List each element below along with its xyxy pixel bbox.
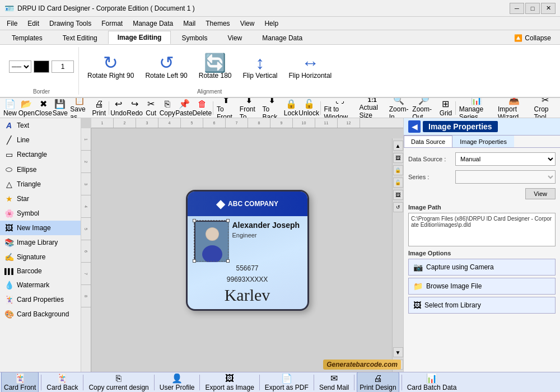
handle-bottom-left[interactable] [193, 259, 196, 263]
back-button[interactable]: ◀ [408, 120, 421, 133]
toolbar-close-button[interactable]: ✖Close [35, 98, 52, 118]
scroll-up-button[interactable]: ▲ [393, 141, 403, 151]
tab-text-editing[interactable]: Text Editing [53, 31, 107, 44]
tab-symbols[interactable]: Symbols [172, 31, 217, 44]
collapse-button[interactable]: 🔼 Collapse [507, 32, 558, 44]
toolbar-cut-button[interactable]: ✂Cut [143, 98, 159, 118]
tab-data-source[interactable]: Data Source [404, 136, 452, 147]
panel-item-rectangle[interactable]: ▭ Rectangle [0, 147, 81, 162]
capture-camera-button[interactable]: 📷 Capture using Camera [408, 259, 556, 276]
select-library-button[interactable]: 🖼 Select from Library [408, 297, 556, 314]
toolbar-new-button[interactable]: 📄New [2, 98, 18, 118]
border-size-input[interactable] [52, 60, 74, 73]
toolbar-croptool-button[interactable]: ✂Crop Tool [533, 98, 558, 118]
toolbar-redo-button[interactable]: ↪Redo [127, 98, 143, 118]
handle-top-left[interactable] [193, 219, 196, 222]
panel-item-star[interactable]: ★ Star [0, 192, 81, 206]
toolbar-save-button[interactable]: 💾Save [52, 98, 68, 118]
scroll-photo-btn1[interactable]: 🖼 [393, 153, 403, 163]
toolbar-delete-button[interactable]: 🗑Delete [193, 98, 211, 118]
toolbar-tofront-button[interactable]: ⬆To Front [215, 98, 237, 118]
rotate-right-90-button[interactable]: ↻ Rotate Right 90 [83, 51, 138, 82]
toolbar-importwizard-button[interactable]: 📥Import Wizard [496, 98, 532, 118]
collapse-icon: 🔼 [514, 34, 522, 42]
panel-item-new-image[interactable]: 🖼 New Image [0, 221, 81, 235]
status-sep-5 [259, 375, 260, 390]
tab-image-properties[interactable]: Image Properties [452, 136, 514, 147]
panel-item-signature[interactable]: ✍ Signature [0, 250, 81, 264]
toolbar-zoomin-button[interactable]: 🔍Zoom-In [388, 98, 410, 118]
toolbar-frontto-button[interactable]: ⬇Front To [238, 98, 260, 118]
menu-mail[interactable]: Mail [179, 18, 200, 29]
status-print-design-button[interactable]: 🖨 Print Design [357, 372, 399, 392]
scroll-unlock-btn[interactable]: 🔓 [393, 178, 403, 188]
menu-view[interactable]: View [236, 18, 259, 29]
title-bar-controls[interactable]: ─ □ ✕ [510, 3, 556, 14]
status-card-front-button[interactable]: 🃏 Card Front [1, 372, 39, 392]
status-card-back-button[interactable]: 🃏 Card Back [44, 372, 81, 392]
scroll-refresh-btn[interactable]: ↺ [393, 202, 403, 212]
panel-item-ellipse[interactable]: ⬭ Ellipse [0, 162, 81, 177]
image-options-section: Image Options 📷 Capture using Camera 📁 B… [408, 250, 556, 314]
view-button[interactable]: View [525, 188, 556, 199]
toolbar-grid-button[interactable]: ⊞Grid [438, 98, 454, 118]
panel-item-barcode[interactable]: ▌▌▌ Barcode [0, 264, 81, 278]
toolbar-lock-button[interactable]: 🔒Lock [283, 98, 299, 118]
status-user-profile-button[interactable]: 👤 User Profile [157, 372, 198, 392]
scroll-photo-btn2[interactable]: 🖼 [393, 190, 403, 200]
panel-item-symbol[interactable]: 🌸 Symbol [0, 206, 81, 221]
card-photo[interactable] [194, 221, 228, 261]
toolbar-unlock-button[interactable]: 🔓Unlock [300, 98, 319, 118]
rotate-180-button[interactable]: 🔄 Rotate 180 [195, 51, 236, 82]
menu-drawing-tools[interactable]: Drawing Tools [45, 18, 96, 29]
panel-item-image-library[interactable]: 📚 Image Library [0, 235, 81, 250]
panel-item-card-properties[interactable]: 🃏 Card Properties [0, 292, 81, 307]
toolbar-print-button[interactable]: 🖨Print [91, 98, 107, 118]
handle-bottom-right[interactable] [226, 259, 230, 263]
scroll-lock-btn[interactable]: 🔒 [393, 165, 403, 175]
menu-file[interactable]: File [2, 18, 22, 29]
panel-item-line[interactable]: ╱ Line [0, 133, 81, 147]
panel-item-triangle[interactable]: △ Triangle [0, 177, 81, 192]
browse-image-button[interactable]: 📁 Browse Image File [408, 278, 556, 295]
border-style-select[interactable]: ── [9, 60, 31, 73]
close-button[interactable]: ✕ [541, 3, 556, 14]
panel-item-text[interactable]: A Text [0, 118, 81, 133]
minimize-button[interactable]: ─ [510, 3, 524, 14]
toolbar-undo-button[interactable]: ↩Undo [110, 98, 126, 118]
rotate-left-90-button[interactable]: ↺ Rotate Left 90 [141, 51, 191, 82]
series-select[interactable] [455, 170, 556, 184]
menu-help[interactable]: Help [260, 18, 283, 29]
menu-format[interactable]: Format [97, 18, 127, 29]
tab-image-editing[interactable]: Image Editing [108, 31, 171, 44]
panel-item-card-background[interactable]: 🎨 Card Background [0, 307, 81, 321]
status-copy-design-button[interactable]: ⎘ Copy current design [86, 372, 151, 392]
toolbar-copy-button[interactable]: ⎘Copy [160, 98, 175, 118]
toolbar-fitwindow-button[interactable]: ⛶Fit to Window [323, 98, 357, 118]
menu-themes[interactable]: Themes [201, 18, 234, 29]
tab-view[interactable]: View [218, 31, 251, 44]
scroll-down-button[interactable]: ▼ [393, 347, 403, 357]
status-export-image-button[interactable]: 🖼 Export as Image [202, 372, 256, 392]
status-card-batch-button[interactable]: 📊 Card Batch Data [404, 372, 460, 392]
toolbar-paste-button[interactable]: 📌Paste [176, 98, 193, 118]
toolbar-toback-button[interactable]: ⬇To Back [261, 98, 283, 118]
status-export-pdf-button[interactable]: 📄 Export as PDF [262, 372, 311, 392]
menu-manage-data[interactable]: Manage Data [128, 18, 178, 29]
toolbar-saveas-button[interactable]: 📋Save as [68, 98, 90, 118]
toolbar-open-button[interactable]: 📂Open [18, 98, 35, 118]
menu-edit[interactable]: Edit [23, 18, 44, 29]
handle-top-right[interactable] [226, 219, 230, 222]
flip-horizontal-button[interactable]: ↔ Flip Horizontal [285, 51, 336, 82]
tab-manage-data[interactable]: Manage Data [253, 31, 312, 44]
flip-vertical-button[interactable]: ↕ Flip Vertical [239, 51, 282, 82]
maximize-button[interactable]: □ [525, 3, 540, 14]
toolbar-actualsize-button[interactable]: 1:1Actual Size [358, 98, 387, 118]
data-source-select[interactable]: Manual Database [455, 152, 556, 166]
toolbar-manageseries-button[interactable]: 📊Manage Series [458, 98, 496, 118]
status-send-mail-button[interactable]: ✉ Send Mail [316, 372, 352, 392]
tab-templates[interactable]: Templates [2, 31, 52, 44]
toolbar-zoomout-button[interactable]: 🔎Zoom-Out [410, 98, 437, 118]
border-color-picker[interactable] [34, 60, 49, 73]
panel-item-watermark[interactable]: 💧 Watermark [0, 278, 81, 292]
